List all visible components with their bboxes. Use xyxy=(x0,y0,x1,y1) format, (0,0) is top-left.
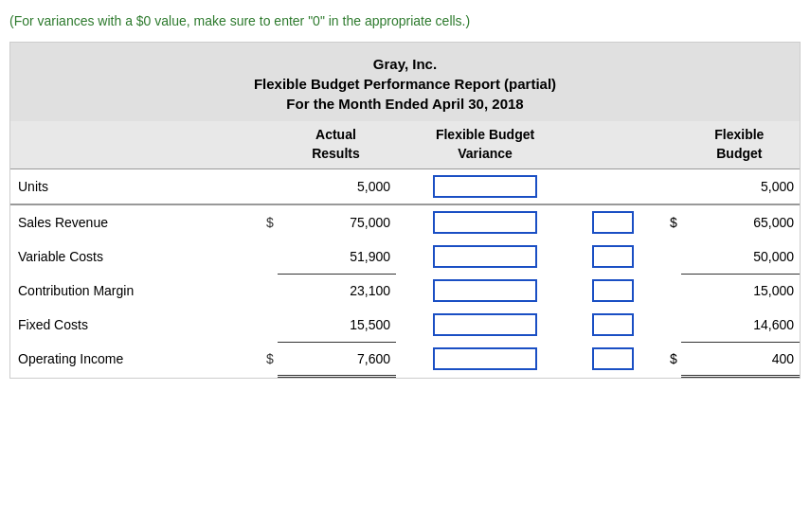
small-variance-input[interactable] xyxy=(592,347,634,370)
row-label: Variable Costs xyxy=(10,239,248,274)
table-row: Operating Income $ 7,600 $ 400 xyxy=(10,342,800,376)
row-label: Contribution Margin xyxy=(10,274,248,308)
small-variance-input[interactable] xyxy=(592,279,634,302)
flex-value: 15,000 xyxy=(681,274,800,308)
col-flex-header: Flexible xyxy=(681,121,800,144)
report-title: Flexible Budget Performance Report (part… xyxy=(20,76,790,92)
dollar-sign-right xyxy=(651,308,680,342)
table-row: Sales Revenue $ 75,000 $ 65,000 xyxy=(10,205,800,240)
flex-value: 400 xyxy=(681,342,800,376)
small-input-cell[interactable] xyxy=(574,239,651,274)
variance-input-cell[interactable] xyxy=(396,274,574,308)
dollar-sign xyxy=(248,169,278,204)
table-row: Contribution Margin 23,100 15,000 xyxy=(10,274,800,308)
variance-input[interactable] xyxy=(433,245,537,268)
row-label: Units xyxy=(10,169,248,204)
flex-value: 65,000 xyxy=(681,205,800,240)
small-variance-input[interactable] xyxy=(592,211,634,234)
dollar-sign: $ xyxy=(248,205,278,240)
col-small-sub xyxy=(574,144,651,169)
col-dollar2-header xyxy=(651,121,680,144)
table-row: Variable Costs 51,900 50,000 xyxy=(10,239,800,274)
col-variance-sub: Variance xyxy=(396,144,574,169)
report-table: Actual Flexible Budget Flexible Results … xyxy=(10,121,800,378)
variance-input[interactable] xyxy=(433,175,537,198)
dollar-sign xyxy=(248,239,278,274)
variance-input[interactable] xyxy=(433,211,537,234)
actual-value: 51,900 xyxy=(278,239,396,274)
col-dollar2-sub xyxy=(651,144,680,169)
row-label: Sales Revenue xyxy=(10,205,248,240)
actual-value: 15,500 xyxy=(278,308,396,342)
row-label: Operating Income xyxy=(10,342,248,376)
notice: (For variances with a $0 value, make sur… xyxy=(9,9,801,32)
report-container: Gray, Inc. Flexible Budget Performance R… xyxy=(9,42,801,379)
col-small-header xyxy=(574,121,651,144)
small-input-cell[interactable] xyxy=(574,274,651,308)
row-label: Fixed Costs xyxy=(10,308,248,342)
variance-input-cell[interactable] xyxy=(396,239,574,274)
dollar-sign xyxy=(248,274,278,308)
small-input-cell[interactable] xyxy=(574,342,651,376)
col-flex-sub: Budget xyxy=(681,144,800,169)
variance-input[interactable] xyxy=(433,279,537,302)
col-actual-header: Actual xyxy=(278,121,396,144)
dollar-sign-right: $ xyxy=(651,342,680,376)
col-variance-header: Flexible Budget xyxy=(396,121,574,144)
actual-value: 5,000 xyxy=(278,169,396,204)
dollar-sign xyxy=(248,308,278,342)
table-row: Units 5,000 5,000 xyxy=(10,169,800,204)
variance-input-cell[interactable] xyxy=(396,342,574,376)
small-input-cell[interactable] xyxy=(574,205,651,240)
small-input-cell[interactable] xyxy=(574,169,651,204)
col-label-header xyxy=(10,121,248,144)
flex-value: 5,000 xyxy=(681,169,800,204)
dollar-sign-right xyxy=(651,239,680,274)
col-dollar-header xyxy=(248,121,278,144)
actual-value: 23,100 xyxy=(278,274,396,308)
col-label-sub xyxy=(10,144,248,169)
variance-input-cell[interactable] xyxy=(396,308,574,342)
variance-input-cell[interactable] xyxy=(396,169,574,204)
report-header: Gray, Inc. Flexible Budget Performance R… xyxy=(10,43,800,121)
small-variance-input[interactable] xyxy=(592,313,634,336)
dollar-sign-right: $ xyxy=(651,205,680,240)
actual-value: 75,000 xyxy=(278,205,396,240)
col-dollar-sub xyxy=(248,144,278,169)
table-row: Fixed Costs 15,500 14,600 xyxy=(10,308,800,342)
company-name: Gray, Inc. xyxy=(20,56,790,72)
col-actual-sub: Results xyxy=(278,144,396,169)
variance-input[interactable] xyxy=(433,347,537,370)
dollar-sign-right xyxy=(651,169,680,204)
variance-input-cell[interactable] xyxy=(396,205,574,240)
variance-input[interactable] xyxy=(433,313,537,336)
small-variance-input[interactable] xyxy=(592,245,634,268)
flex-value: 50,000 xyxy=(681,239,800,274)
flex-value: 14,600 xyxy=(681,308,800,342)
report-date: For the Month Ended April 30, 2018 xyxy=(20,96,790,112)
actual-value: 7,600 xyxy=(278,342,396,376)
dollar-sign: $ xyxy=(248,342,278,376)
dollar-sign-right xyxy=(651,274,680,308)
small-input-cell[interactable] xyxy=(574,308,651,342)
